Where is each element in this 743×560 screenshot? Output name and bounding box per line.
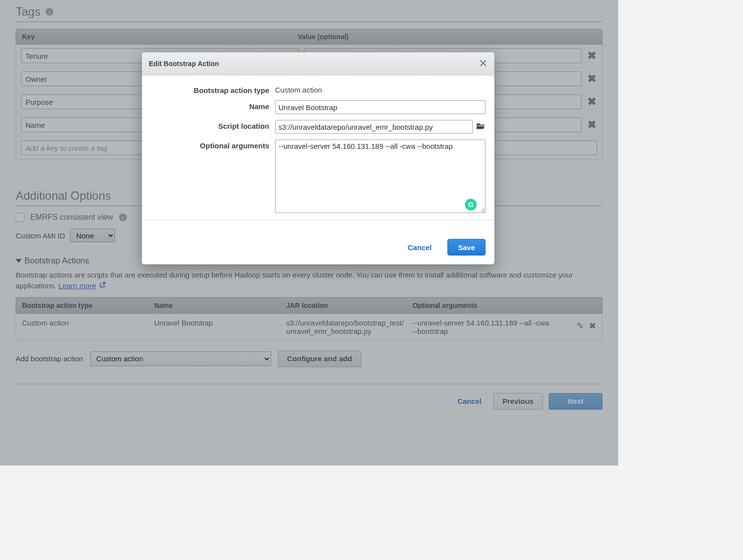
name-input[interactable] — [275, 100, 486, 114]
close-icon[interactable]: ✕ — [479, 57, 488, 70]
save-button[interactable]: Save — [447, 239, 486, 256]
edit-bootstrap-modal: Edit Bootstrap Action ✕ Bootstrap action… — [142, 52, 494, 264]
modal-header: Edit Bootstrap Action ✕ — [142, 52, 494, 75]
modal-divider — [142, 220, 494, 220]
folder-open-icon[interactable] — [476, 122, 486, 132]
label-name: Name — [151, 100, 269, 111]
optional-args-textarea[interactable] — [275, 140, 486, 213]
modal-cancel-link[interactable]: Cancel — [402, 240, 438, 255]
grammarly-icon[interactable]: G — [465, 199, 477, 210]
script-location-input[interactable] — [275, 120, 473, 134]
value-action-type: Custom action — [275, 84, 322, 94]
label-args: Optional arguments — [151, 140, 269, 150]
label-action-type: Bootstrap action type — [151, 84, 269, 94]
label-script: Script location — [151, 120, 269, 130]
modal-title: Edit Bootstrap Action — [149, 60, 219, 68]
modal-footer: Cancel Save — [142, 239, 494, 264]
